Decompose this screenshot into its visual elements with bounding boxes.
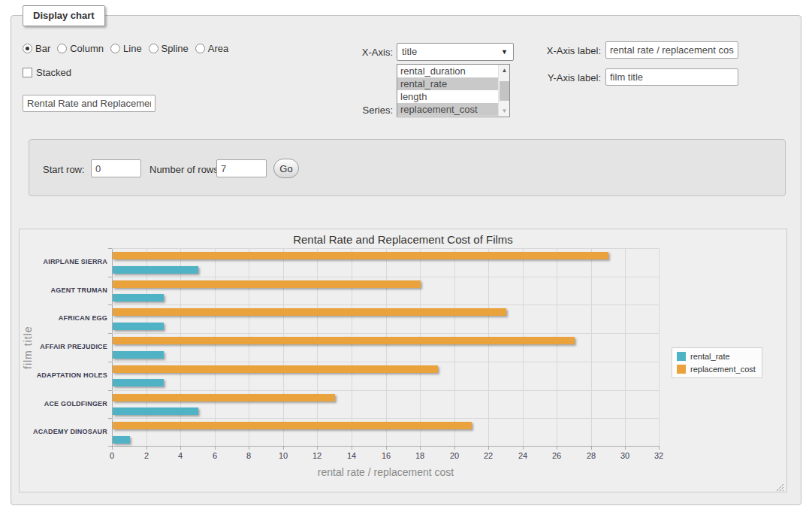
legend-item-replacement_cost: replacement_cost — [677, 365, 756, 374]
gridline — [523, 248, 524, 447]
number-of-rows-label: Number of rows: — [149, 164, 225, 175]
radio-option-column[interactable]: Column — [57, 43, 104, 54]
chart-title-input[interactable] — [23, 95, 155, 112]
fieldset-legend: Display chart — [23, 5, 105, 26]
series-option-rental-duration[interactable]: rental_duration — [397, 65, 498, 77]
y-axis-label-caption: Y-Axis label: — [526, 72, 601, 83]
bar-replacement_cost — [113, 280, 421, 288]
x-axis-tick — [317, 447, 318, 450]
radio-bar-label: Bar — [35, 43, 50, 54]
gridline — [352, 248, 352, 447]
stacked-option[interactable]: Stacked — [23, 67, 71, 78]
x-axis-tick — [488, 447, 489, 450]
radio-line-button[interactable] — [110, 44, 120, 53]
chart-type-radio-group: Bar Column Line Spline Area — [23, 43, 235, 54]
stacked-checkbox[interactable] — [23, 68, 32, 77]
gridline — [112, 333, 660, 334]
x-tick-label: 14 — [339, 451, 364, 460]
y-axis-label-input[interactable] — [605, 68, 738, 86]
x-tick-label: 0 — [99, 451, 125, 460]
y-axis-tick — [108, 446, 112, 447]
radio-option-bar[interactable]: Bar — [23, 43, 50, 54]
chart-resize-handle[interactable] — [776, 481, 784, 489]
number-of-rows-input[interactable] — [216, 159, 267, 177]
gridline — [317, 248, 318, 447]
radio-option-area[interactable]: Area — [195, 43, 228, 54]
series-list-scrollbar[interactable]: ▲ ▼ — [498, 65, 509, 117]
category-label: ADAPTATION HOLES — [17, 371, 107, 379]
x-tick-label: 12 — [304, 451, 330, 460]
gridline — [112, 390, 660, 391]
legend-label: rental_rate — [690, 352, 730, 361]
radio-column-label: Column — [70, 43, 104, 54]
scroll-up-icon[interactable]: ▲ — [500, 65, 509, 75]
scroll-down-icon[interactable]: ▼ — [500, 106, 509, 116]
x-axis-tick — [146, 447, 147, 450]
bar-rental_rate — [113, 323, 164, 330]
radio-area-button[interactable] — [195, 44, 205, 53]
x-axis-tick — [420, 447, 421, 450]
category-label: AGENT TRUMAN — [17, 286, 107, 294]
series-option-replacement-cost[interactable]: replacement_cost — [397, 103, 498, 116]
x-axis-title: rental rate / replacement cost — [112, 466, 660, 478]
x-axis-tick — [659, 447, 660, 450]
gridline — [283, 248, 284, 447]
x-axis-tick — [591, 447, 592, 450]
y-axis-tick — [108, 418, 112, 419]
x-tick-label: 24 — [510, 451, 536, 460]
radio-spline-button[interactable] — [149, 44, 158, 53]
gridline — [146, 248, 147, 447]
y-axis-tick — [108, 248, 112, 249]
x-tick-label: 16 — [373, 451, 399, 460]
radio-bar-button[interactable] — [23, 44, 32, 53]
x-tick-label: 4 — [168, 451, 193, 460]
row-controls-panel — [29, 139, 786, 196]
legend-swatch-icon — [677, 352, 686, 361]
x-axis-tick — [523, 447, 524, 450]
bar-rental_rate — [113, 351, 164, 359]
plot-area: 02468101214161820222426283032AIRPLANE SI… — [112, 248, 660, 447]
x-axis-tick — [625, 447, 626, 450]
chart-legend: rental_ratereplacement_cost — [672, 347, 762, 378]
gridline — [557, 248, 557, 447]
x-tick-label: 32 — [646, 451, 672, 460]
bar-rental_rate — [113, 294, 164, 301]
radio-option-spline[interactable]: Spline — [149, 43, 189, 54]
x-axis-tick — [386, 447, 387, 450]
x-axis-line — [112, 446, 660, 447]
gridline — [420, 248, 421, 447]
bar-replacement_cost — [113, 252, 608, 259]
bar-replacement_cost — [113, 422, 472, 429]
x-tick-label: 2 — [134, 451, 159, 460]
radio-option-line[interactable]: Line — [110, 43, 142, 54]
radio-spline-label: Spline — [161, 43, 189, 54]
category-label: AFRICAN EGG — [17, 314, 107, 322]
gridline — [112, 362, 660, 362]
bar-replacement_cost — [113, 308, 506, 316]
gridline — [249, 248, 249, 447]
bar-rental_rate — [113, 407, 198, 415]
scrollbar-thumb[interactable] — [500, 81, 509, 101]
legend-swatch-icon — [677, 365, 686, 374]
bar-rental_rate — [113, 436, 130, 444]
go-button[interactable]: Go — [273, 159, 299, 178]
category-label: ACADEMY DINOSAUR — [17, 428, 107, 435]
series-option-rental-rate[interactable]: rental_rate — [397, 77, 498, 90]
start-row-input[interactable] — [91, 159, 141, 177]
series-multiselect[interactable]: rental_duration rental_rate length repla… — [397, 64, 510, 117]
x-axis-selected-value: title — [402, 46, 417, 57]
x-axis-select-label: X-Axis: — [319, 47, 393, 58]
x-axis-select[interactable]: title ▼ — [397, 43, 514, 61]
stacked-label: Stacked — [36, 67, 71, 78]
dropdown-arrow-icon: ▼ — [501, 49, 508, 56]
series-option-length[interactable]: length — [397, 90, 498, 103]
y-axis-tick — [108, 277, 112, 277]
gridline — [112, 304, 660, 305]
x-tick-label: 28 — [578, 451, 604, 460]
radio-column-button[interactable] — [57, 44, 67, 53]
series-select-label: Series: — [319, 105, 393, 116]
x-axis-tick — [283, 447, 284, 450]
x-tick-label: 8 — [236, 451, 261, 460]
gridline — [112, 418, 660, 419]
x-axis-label-input[interactable] — [605, 41, 738, 59]
